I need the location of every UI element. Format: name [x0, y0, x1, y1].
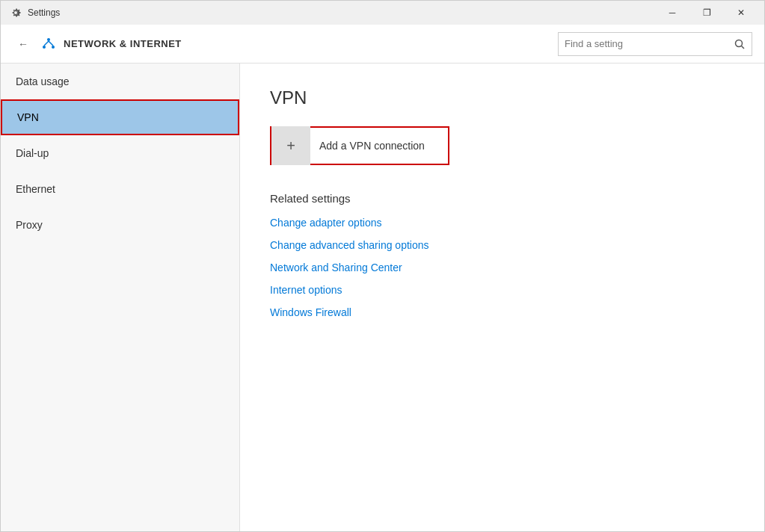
- link-internet-options[interactable]: Internet options: [270, 284, 734, 296]
- content-panel: VPN + Add a VPN connection Related setti…: [240, 64, 764, 531]
- sidebar-item-proxy[interactable]: Proxy: [1, 207, 239, 243]
- close-button[interactable]: ✕: [724, 1, 758, 25]
- search-icon: [734, 39, 745, 49]
- related-settings-title: Related settings: [270, 192, 734, 205]
- main-content: Data usage VPN Dial-up Ethernet Proxy VP…: [1, 64, 764, 531]
- sidebar-item-ethernet[interactable]: Ethernet: [1, 171, 239, 207]
- search-box: [558, 32, 752, 56]
- svg-point-2: [52, 46, 55, 49]
- svg-point-1: [43, 46, 46, 49]
- sidebar-item-vpn[interactable]: VPN: [1, 99, 239, 135]
- page-title: VPN: [270, 87, 734, 108]
- title-bar: Settings ─ ❐ ✕: [1, 1, 764, 25]
- search-button[interactable]: [728, 32, 752, 56]
- network-icon: [41, 37, 56, 52]
- add-vpn-label: Add a VPN connection: [310, 140, 434, 152]
- link-network-sharing[interactable]: Network and Sharing Center: [270, 262, 734, 273]
- svg-line-4: [49, 41, 53, 46]
- header-bar: ← NETWORK & INTERNET: [1, 25, 764, 64]
- settings-icon: [10, 7, 22, 19]
- link-change-adapter[interactable]: Change adapter options: [270, 217, 734, 229]
- back-button[interactable]: ←: [13, 34, 34, 55]
- svg-line-3: [44, 41, 49, 46]
- minimize-button[interactable]: ─: [655, 1, 689, 25]
- link-windows-firewall[interactable]: Windows Firewall: [270, 306, 734, 318]
- header-title: NETWORK & INTERNET: [64, 38, 558, 49]
- plus-icon: +: [271, 126, 310, 165]
- sidebar: Data usage VPN Dial-up Ethernet Proxy: [1, 64, 240, 531]
- maximize-button[interactable]: ❐: [689, 1, 724, 25]
- svg-point-5: [736, 40, 743, 46]
- sidebar-item-label: Proxy: [16, 219, 43, 231]
- sidebar-item-label: VPN: [17, 111, 39, 123]
- sidebar-item-data-usage[interactable]: Data usage: [1, 64, 239, 99]
- sidebar-item-label: Dial-up: [16, 147, 49, 159]
- sidebar-item-label: Ethernet: [16, 183, 55, 195]
- link-change-sharing[interactable]: Change advanced sharing options: [270, 239, 734, 251]
- title-bar-title: Settings: [28, 7, 60, 18]
- svg-point-0: [47, 38, 50, 41]
- add-vpn-button[interactable]: + Add a VPN connection: [270, 126, 449, 165]
- sidebar-item-label: Data usage: [16, 75, 70, 87]
- svg-line-6: [742, 46, 745, 49]
- title-bar-controls: ─ ❐ ✕: [655, 1, 758, 25]
- settings-window: Settings ─ ❐ ✕ ← NETWORK & INTERNET: [0, 0, 765, 532]
- sidebar-item-dial-up[interactable]: Dial-up: [1, 135, 239, 171]
- title-bar-left: Settings: [10, 7, 60, 19]
- search-input[interactable]: [559, 38, 728, 49]
